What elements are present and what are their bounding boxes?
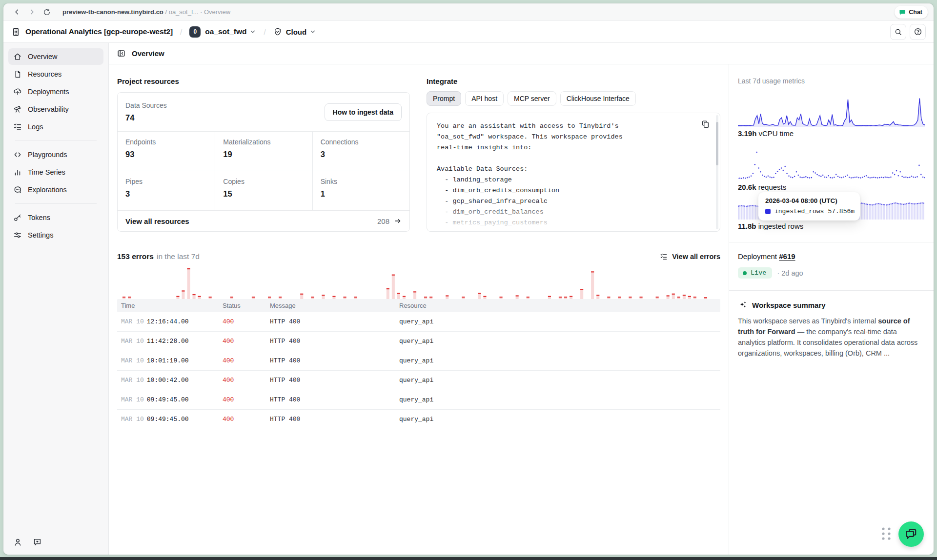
cell-message: HTTP 400 (266, 318, 395, 325)
sidebar-item-resources[interactable]: Resources (8, 66, 103, 82)
sidebar-item-playgrounds[interactable]: Playgrounds (8, 146, 103, 163)
prompt-text: You are an assistant with access to Tiny… (427, 113, 720, 232)
sidebar-item-overview[interactable]: Overview (8, 48, 103, 65)
panel-divider (729, 290, 934, 291)
workspace-avatar[interactable]: 0 (189, 26, 201, 38)
cell-message: HTTP 400 (266, 377, 395, 384)
sidebar-item-logs[interactable]: Logs (8, 119, 103, 135)
cell-status: 400 (219, 416, 266, 423)
chat-bubbles-icon (905, 528, 917, 540)
table-row[interactable]: MAR 1011:42:28.00 400 HTTP 400 query_api (117, 332, 720, 351)
sidebar-item-label: Logs (28, 123, 43, 131)
sidebar-item-settings[interactable]: Settings (8, 227, 103, 243)
tab-api-host[interactable]: API host (465, 91, 504, 106)
project-resources-title: Project resources (117, 77, 410, 85)
how-to-ingest-button[interactable]: How to ingest data (325, 103, 402, 121)
ingested-metric: 11.8b ingested rows (738, 222, 925, 230)
integrate-title: Integrate (427, 77, 720, 85)
sidebar-item-tokens[interactable]: Tokens (8, 209, 103, 226)
chevron-down-icon[interactable] (309, 28, 316, 35)
cell-resource: query_api (395, 318, 720, 325)
usage-metrics-title: Last 7d usage metrics (738, 77, 925, 85)
sliders-icon (13, 231, 22, 240)
stat-value: 74 (125, 113, 167, 122)
screen-bottom-edge (0, 557, 937, 560)
table-row[interactable]: MAR 1010:00:42.00 400 HTTP 400 query_api (117, 371, 720, 390)
view-all-errors-link[interactable]: View all errors (660, 253, 720, 260)
chat-fab-button[interactable] (898, 521, 924, 547)
url-host: preview-tb-canon-new.tinybird.co (62, 8, 163, 16)
table-row[interactable]: MAR 1010:01:19.00 400 HTTP 400 query_api (117, 351, 720, 371)
cell-status: 400 (219, 377, 266, 384)
help-button[interactable] (910, 24, 926, 40)
feedback-icon[interactable] (33, 538, 42, 547)
cell-message: HTTP 400 (266, 338, 395, 345)
sidebar-item-time-series[interactable]: Time Series (8, 164, 103, 180)
vcpu-sparkline[interactable] (738, 97, 925, 127)
stat-value: 19 (223, 150, 304, 159)
tooltip-timestamp: 2026-03-04 08:00 (UTC) (765, 197, 853, 204)
code-scrollbar[interactable] (716, 115, 718, 229)
code-scrollbar-thumb[interactable] (716, 122, 718, 165)
back-icon[interactable] (11, 7, 22, 18)
drag-handle-icon[interactable] (880, 525, 893, 542)
checklist-icon (660, 253, 668, 260)
cell-time: 12:16:44.00 (147, 318, 189, 325)
help-icon (914, 27, 922, 36)
tab-clickhouse-interface[interactable]: ClickHouse Interface (560, 91, 636, 106)
ingested-value: 11.8b (738, 222, 756, 230)
panel-collapse-icon[interactable] (117, 49, 126, 58)
requests-metric: 20.6k requests (738, 183, 925, 191)
environment-selector[interactable]: Cloud (286, 28, 307, 36)
deployment-id-link[interactable]: #619 (779, 252, 795, 260)
sidebar: Overview Resources Deployments Observabi… (3, 43, 109, 555)
browser-chat-button[interactable]: Chat (895, 6, 928, 19)
chevron-down-icon[interactable] (249, 28, 256, 35)
stat-label: Materializations (223, 138, 304, 146)
user-icon[interactable] (13, 538, 22, 547)
view-all-resources-link[interactable]: View all resources (125, 217, 189, 225)
cell-status: 400 (219, 357, 266, 364)
sidebar-item-observability[interactable]: Observability (8, 101, 103, 118)
vcpu-metric: 3.19h vCPU time (738, 129, 925, 138)
status-label: Live (751, 269, 766, 277)
cell-resource: query_api (395, 338, 720, 345)
stat-label: Sinks (321, 178, 402, 185)
table-row[interactable]: MAR 1009:49:45.00 400 HTTP 400 query_api (117, 410, 720, 429)
cell-status: 400 (219, 396, 266, 403)
telescope-icon (13, 105, 22, 114)
stat-value: 3 (125, 189, 207, 199)
sidebar-divider (15, 140, 97, 141)
table-row[interactable]: MAR 1012:16:44.00 400 HTTP 400 query_api (117, 312, 720, 332)
search-button[interactable] (890, 24, 906, 40)
address-bar[interactable]: preview-tb-canon-new.tinybird.co / oa_so… (62, 8, 230, 16)
prompt-code-block[interactable]: You are an assistant with access to Tiny… (427, 113, 720, 232)
cell-date: MAR 10 (121, 377, 144, 384)
reload-icon[interactable] (41, 7, 52, 18)
checklist-icon (13, 122, 22, 131)
forward-icon[interactable] (26, 7, 37, 18)
copy-icon[interactable] (701, 120, 710, 129)
tab-mcp-server[interactable]: MCP server (508, 91, 556, 106)
summary-text: This workspace serves as Tinybird's inte… (738, 317, 878, 325)
resources-count[interactable]: 208 (377, 217, 402, 225)
tooltip-series-name: ingested_rows (774, 208, 824, 215)
tab-prompt[interactable]: Prompt (427, 91, 461, 106)
workspace-selector[interactable]: oa_sot_fwd (205, 27, 246, 36)
cell-time: 11:42:28.00 (147, 338, 189, 345)
table-row[interactable]: MAR 1009:49:45.00 400 HTTP 400 query_api (117, 390, 720, 410)
sidebar-item-label: Settings (28, 231, 53, 239)
requests-sparkline[interactable] (738, 150, 925, 180)
errors-bar-chart[interactable] (117, 267, 720, 299)
home-icon (13, 52, 22, 61)
vcpu-value: 3.19h (738, 129, 756, 138)
code-icon (13, 150, 22, 159)
requests-value: 20.6k (738, 183, 756, 191)
sidebar-item-explorations[interactable]: Explorations (8, 181, 103, 198)
cell-date: MAR 10 (121, 318, 144, 325)
bar-chart-icon (13, 168, 22, 177)
organization-name[interactable]: Operational Analytics [gcp-europe-west2] (25, 27, 173, 36)
stat-label: Connections (321, 138, 402, 146)
sidebar-item-label: Resources (28, 70, 61, 78)
sidebar-item-deployments[interactable]: Deployments (8, 83, 103, 100)
